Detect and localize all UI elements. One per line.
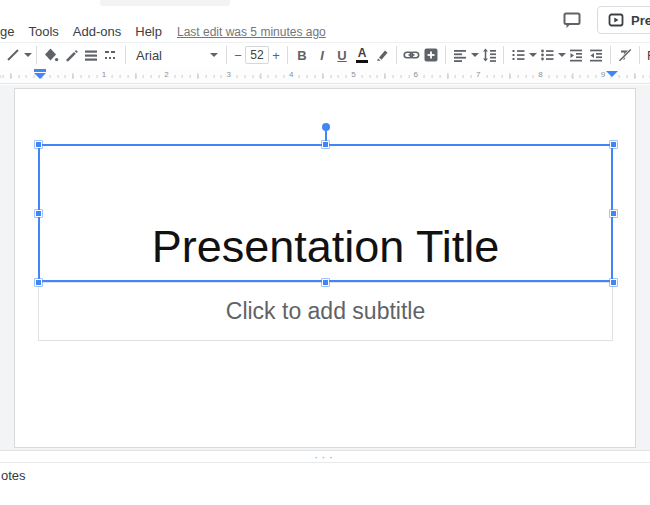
ruler-number: 3 [224, 69, 234, 81]
bulleted-list-icon [539, 47, 555, 63]
right-indent-marker[interactable] [606, 71, 618, 77]
title-textbox-selection[interactable] [38, 144, 613, 282]
font-family-select[interactable]: Arial [130, 44, 222, 66]
subtitle-placeholder-text: Click to add subtitle [226, 298, 425, 325]
separator [287, 46, 288, 64]
ruler-number: 5 [348, 69, 358, 81]
menu-help[interactable]: Help [128, 24, 169, 39]
fill-color-icon [43, 47, 59, 63]
clear-formatting-button[interactable] [615, 44, 635, 66]
link-icon [403, 47, 420, 63]
bulleted-list-button[interactable] [537, 44, 557, 66]
menu-arrange-cutoff[interactable]: ge [0, 24, 21, 39]
menu-bar: ge Tools Add-ons Help Last edit was 5 mi… [0, 21, 326, 42]
separator [445, 46, 446, 64]
ruler-number: 6 [411, 69, 421, 81]
separator [226, 46, 227, 64]
ruler-number: 4 [286, 69, 296, 81]
drag-dots-icon: ··· [314, 454, 336, 460]
increase-indent-icon [588, 47, 604, 63]
increase-indent-button[interactable] [586, 44, 606, 66]
comment-bubble-icon [562, 10, 582, 30]
left-indent-icon[interactable] [34, 73, 46, 79]
slide[interactable]: Click to add subtitle Presentation Title [14, 88, 636, 448]
ruler-minor-ticks [0, 75, 650, 78]
insert-link-button[interactable] [401, 44, 421, 66]
numbered-list-icon [510, 47, 526, 63]
align-caret-icon[interactable] [471, 53, 479, 57]
left-indent-marker[interactable] [34, 69, 46, 79]
separator [125, 46, 126, 64]
decrease-indent-icon [568, 47, 584, 63]
right-indent-icon[interactable] [606, 71, 618, 77]
document-title-field-remnant [100, 0, 230, 6]
line-color-pencil-icon [63, 47, 79, 63]
align-button[interactable] [450, 44, 470, 66]
present-play-icon [608, 12, 624, 28]
rotation-handle[interactable] [322, 123, 330, 131]
fill-color-button[interactable] [41, 44, 61, 66]
underline-button[interactable]: U [332, 44, 352, 66]
selection-handle-middle-left[interactable] [35, 210, 42, 217]
font-family-value: Arial [136, 48, 162, 63]
horizontal-ruler[interactable]: 123456789 [0, 67, 650, 84]
ruler-number: 2 [161, 69, 171, 81]
add-comment-icon [423, 47, 439, 63]
line-tool-caret-icon[interactable] [24, 53, 32, 57]
increase-font-size-button[interactable]: + [269, 44, 283, 66]
slide-canvas[interactable]: Click to add subtitle Presentation Title [0, 85, 650, 450]
speaker-notes-area[interactable]: otes [0, 464, 650, 505]
toolbar: Arial − 52 + B I U A [0, 42, 650, 67]
menu-add-ons[interactable]: Add-ons [66, 24, 128, 39]
line-dash-button[interactable] [101, 44, 121, 66]
separator [610, 46, 611, 64]
add-comment-button[interactable] [421, 44, 441, 66]
selection-handle-bottom-middle[interactable] [322, 279, 329, 286]
present-button-label: Presen [631, 13, 650, 28]
subtitle-placeholder-box[interactable]: Click to add subtitle [38, 282, 613, 341]
line-color-button[interactable] [61, 44, 81, 66]
ruler-number: 8 [535, 69, 545, 81]
first-line-indent-icon[interactable] [34, 69, 46, 72]
numbered-list-button[interactable] [508, 44, 528, 66]
selection-handle-middle-right[interactable] [610, 210, 617, 217]
align-left-icon [452, 47, 468, 63]
line-weight-icon [83, 47, 99, 63]
highlight-pen-icon [374, 47, 390, 63]
menu-tools[interactable]: Tools [21, 24, 65, 39]
separator [396, 46, 397, 64]
speaker-notes-cutoff-text: otes [1, 468, 26, 483]
line-tool-icon [5, 47, 21, 63]
decrease-indent-button[interactable] [566, 44, 586, 66]
open-comments-button[interactable] [560, 8, 584, 32]
line-dash-icon [103, 47, 119, 63]
line-weight-button[interactable] [81, 44, 101, 66]
separator [503, 46, 504, 64]
font-family-caret-icon [210, 53, 218, 57]
line-spacing-icon [481, 47, 497, 63]
font-size-input[interactable]: 52 [245, 46, 269, 64]
decrease-font-size-button[interactable]: − [231, 44, 245, 66]
notes-resize-handle[interactable]: ··· [0, 450, 650, 463]
italic-button[interactable]: I [312, 44, 332, 66]
highlight-color-button[interactable] [372, 44, 392, 66]
selection-handle-bottom-right[interactable] [610, 279, 617, 286]
bulleted-list-caret-icon[interactable] [558, 53, 566, 57]
ruler-number: 7 [473, 69, 483, 81]
selection-handle-top-middle[interactable] [322, 141, 329, 148]
text-color-icon: A [356, 48, 368, 63]
text-color-button[interactable]: A [352, 44, 372, 66]
ruler-number: 1 [99, 69, 109, 81]
separator [36, 46, 37, 64]
selection-handle-top-right[interactable] [610, 141, 617, 148]
separator [639, 46, 640, 64]
selection-handle-top-left[interactable] [35, 141, 42, 148]
selection-handle-bottom-left[interactable] [35, 279, 42, 286]
present-button[interactable]: Presen [597, 6, 650, 34]
line-spacing-button[interactable] [479, 44, 499, 66]
line-tool-button[interactable] [3, 44, 23, 66]
clear-formatting-icon [617, 47, 633, 63]
last-edit-link[interactable]: Last edit was 5 minutes ago [177, 25, 326, 39]
bold-button[interactable]: B [292, 44, 312, 66]
numbered-list-caret-icon[interactable] [529, 53, 537, 57]
